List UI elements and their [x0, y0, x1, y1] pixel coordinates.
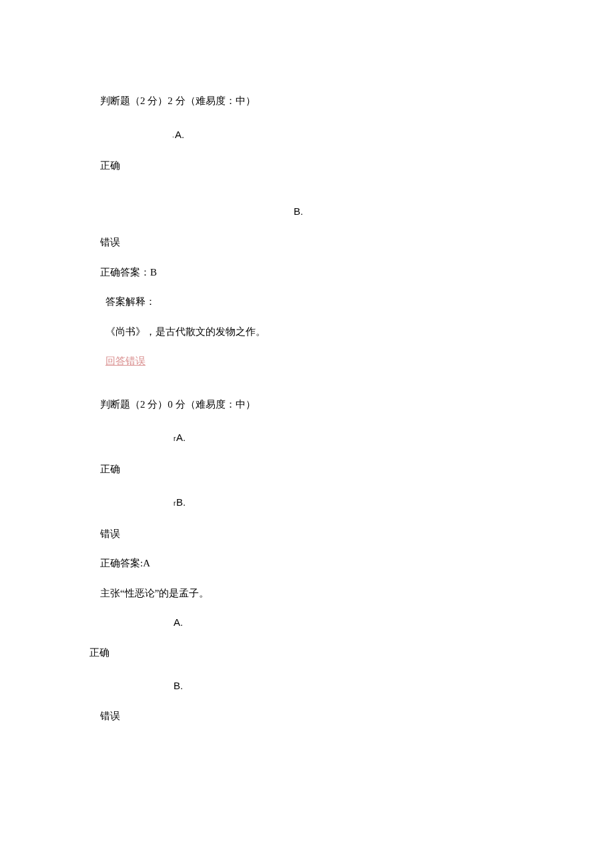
option-a-text: 正确 — [100, 462, 534, 477]
option-letter: B. — [176, 496, 186, 508]
option-letter: A. — [176, 432, 186, 443]
question-header: 判断题（2 分）2 分（难易度：中） — [100, 93, 534, 109]
option-letter: B. — [174, 680, 183, 691]
explanation-label: 答案解释： — [100, 294, 534, 310]
question-header: 判断题（2 分）0 分（难易度：中） — [100, 397, 534, 412]
option-a-label: .A. — [172, 127, 534, 143]
option-b-label: B. — [174, 679, 534, 694]
option-b-text: 错误 — [100, 709, 534, 724]
feedback-incorrect[interactable]: 回答错误 — [100, 354, 534, 369]
correct-answer: 正确答案:A — [100, 556, 534, 571]
option-b-label: rB. — [174, 495, 534, 510]
option-b-text: 错误 — [100, 235, 534, 250]
option-b-text: 错误 — [100, 526, 534, 542]
question-stem: 主张“性恶论”的是孟子。 — [100, 586, 534, 601]
option-a-label: A. — [174, 615, 534, 630]
option-a-text: 正确 — [100, 158, 534, 173]
option-letter: B. — [294, 205, 303, 217]
option-b-label: B. — [294, 204, 534, 220]
explanation-text: 《尚书》，是古代散文的发物之作。 — [100, 324, 534, 340]
option-letter: A. — [174, 616, 183, 628]
option-letter: A. — [175, 129, 184, 140]
option-a-label: rA. — [174, 430, 534, 446]
option-a-text: 正确 — [89, 645, 534, 661]
correct-answer: 正确答案：B — [100, 265, 534, 280]
